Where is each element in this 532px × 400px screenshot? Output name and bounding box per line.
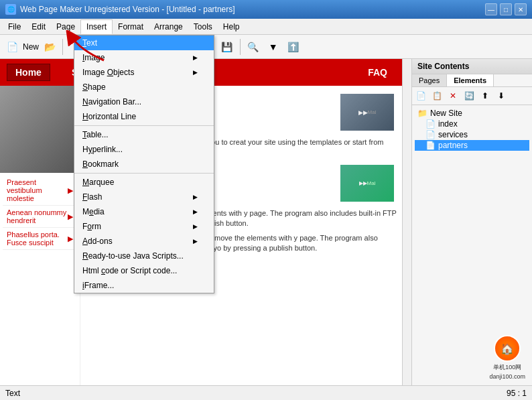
watermark-icon: 🏠 bbox=[494, 335, 521, 362]
app-icon: 🌐 bbox=[5, 4, 16, 15]
menu-html-code[interactable]: Html code or Script code... bbox=[74, 263, 214, 278]
menu-arrange[interactable]: Arrange bbox=[149, 19, 188, 34]
sidebar-link-1[interactable]: Praesent vestibulum molestie ▶ bbox=[3, 176, 77, 206]
menu-image-objects-label: Image Objects bbox=[82, 68, 134, 77]
menu-format[interactable]: Format bbox=[113, 19, 149, 34]
menu-image-label: Image bbox=[82, 53, 105, 62]
menu-java-scripts[interactable]: Ready-to-use Java Scripts... bbox=[74, 249, 214, 263]
sidebar-link-3[interactable]: Phasellus porta. Fusce suscipit ▶ bbox=[3, 228, 77, 250]
site-panel-toolbar: 📄 📋 ✕ 🔄 ⬆ ⬇ bbox=[412, 87, 532, 105]
watermark: 🏠 单机100网 danji100.com bbox=[489, 335, 525, 380]
menu-shape[interactable]: Shape bbox=[74, 80, 214, 94]
menu-page[interactable]: Page bbox=[51, 19, 80, 34]
tab-pages[interactable]: Pages bbox=[412, 74, 447, 86]
menu-nav-bar-label: Navigation Bar... bbox=[82, 97, 141, 107]
refresh-btn[interactable]: 🔄 bbox=[462, 88, 476, 103]
tree-partners[interactable]: 📄 partners bbox=[415, 140, 529, 151]
menu-form[interactable]: Form ▶ bbox=[74, 219, 214, 234]
menu-h-line-label: Horizontal Line bbox=[82, 112, 136, 121]
status-text: Text bbox=[5, 389, 20, 398]
tree-index-label: index bbox=[438, 119, 458, 129]
menu-tools[interactable]: Tools bbox=[188, 19, 218, 34]
new-label: New bbox=[23, 42, 39, 52]
sidebar-link-1-text: Praesent vestibulum molestie bbox=[7, 178, 68, 202]
menu-bookmark[interactable]: Bookmark bbox=[74, 157, 214, 172]
menu-file[interactable]: File bbox=[3, 19, 26, 34]
menu-hyperlink-label: Hyperlink... bbox=[82, 145, 123, 154]
open-icon[interactable]: 📂 bbox=[40, 38, 59, 56]
menu-image-objects[interactable]: Image Objects ▶ bbox=[74, 65, 214, 80]
menu-iframe-label: iFrame... bbox=[82, 281, 114, 290]
menu-help[interactable]: Help bbox=[218, 19, 245, 34]
sidebar-arrow-3: ▶ bbox=[68, 235, 73, 243]
title-bar: 🌐 Web Page Maker Unregistered Version - … bbox=[0, 0, 532, 19]
tree-services[interactable]: 📄 services bbox=[415, 129, 529, 140]
insert-dropdown: Text Image ▶ Image Objects ▶ Shape Navig… bbox=[74, 35, 214, 293]
insert-menu: Text Image ▶ Image Objects ▶ Shape Navig… bbox=[74, 35, 214, 293]
close-button[interactable]: ✕ bbox=[515, 3, 527, 15]
menu-table[interactable]: Table... bbox=[74, 127, 214, 142]
menu-html-code-label: Html code or Script code... bbox=[82, 266, 177, 275]
menu-media[interactable]: Media ▶ bbox=[74, 204, 214, 219]
tree-partners-label: partners bbox=[438, 141, 468, 150]
menu-iframe[interactable]: iFrame... bbox=[74, 278, 214, 293]
form-submenu-arrow: ▶ bbox=[193, 223, 198, 230]
move-down-btn[interactable]: ⬇ bbox=[494, 88, 509, 103]
tree-page-icon-partners: 📄 bbox=[425, 141, 436, 150]
site-panel: Site Contents Pages Elements 📄 📋 ✕ 🔄 ⬆ ⬇… bbox=[411, 59, 532, 400]
minimize-button[interactable]: — bbox=[485, 3, 497, 15]
menu-edit[interactable]: Edit bbox=[26, 19, 51, 34]
tree-root[interactable]: 📁 New Site bbox=[415, 108, 529, 119]
sidebar-arrow-2: ▶ bbox=[68, 212, 73, 221]
nav-home[interactable]: Home bbox=[7, 64, 50, 81]
tree-root-label: New Site bbox=[430, 109, 462, 118]
menu-bookmark-label: Bookmark bbox=[82, 159, 119, 169]
window-controls[interactable]: — □ ✕ bbox=[485, 3, 527, 15]
nav-faq[interactable]: FAQ bbox=[360, 64, 395, 80]
menu-h-line[interactable]: Horizontal Line bbox=[74, 109, 214, 124]
menu-text[interactable]: Text bbox=[74, 36, 214, 50]
menu-addons-label: Add-ons bbox=[82, 237, 113, 246]
sidebar-link-2[interactable]: Aenean nonummy hendrerit ▶ bbox=[3, 206, 77, 228]
tree-index[interactable]: 📄 index bbox=[415, 119, 529, 129]
site-panel-tabs: Pages Elements bbox=[412, 74, 532, 87]
menu-java-scripts-label: Ready-to-use Java Scripts... bbox=[82, 251, 184, 261]
menu-table-label: Table... bbox=[82, 130, 109, 139]
watermark-site2: danji100.com bbox=[489, 373, 525, 380]
thumb-1: ▶▶ Mal bbox=[340, 94, 394, 131]
move-up-btn[interactable]: ⬆ bbox=[478, 88, 492, 103]
delete-page-btn[interactable]: ✕ bbox=[446, 88, 460, 103]
sidebar-link-3-text: Phasellus porta. Fusce suscipit bbox=[7, 230, 68, 247]
site-tree: 📁 New Site 📄 index 📄 services 📄 partners bbox=[412, 105, 532, 153]
menu-marquee-label: Marquee bbox=[82, 178, 114, 187]
tree-page-icon-index: 📄 bbox=[425, 119, 436, 129]
menu-text-label: Text bbox=[82, 38, 97, 48]
image-submenu-arrow: ▶ bbox=[193, 54, 198, 61]
watermark-site1: 单机100网 bbox=[493, 363, 521, 372]
menu-flash[interactable]: Flash ▶ bbox=[74, 190, 214, 204]
menu-media-label: Media bbox=[82, 207, 105, 216]
tab-elements[interactable]: Elements bbox=[447, 74, 494, 86]
v-scrollbar[interactable] bbox=[402, 59, 411, 400]
menu-bar: File Edit Page Insert Format Arrange Too… bbox=[0, 19, 532, 35]
zoom-icon[interactable]: 🔍 bbox=[244, 38, 263, 56]
menu-flash-label: Flash bbox=[82, 192, 102, 202]
toolbar-sep-3 bbox=[240, 39, 241, 55]
maximize-button[interactable]: □ bbox=[500, 3, 512, 15]
menu-form-label: Form bbox=[82, 222, 101, 231]
menu-image[interactable]: Image ▶ bbox=[74, 50, 214, 65]
toolbar-btn-5[interactable]: ⬆️ bbox=[284, 38, 303, 56]
menu-hyperlink[interactable]: Hyperlink... bbox=[74, 142, 214, 157]
sidebar-arrow-1: ▶ bbox=[68, 186, 73, 195]
new-page-icon[interactable]: 📄 bbox=[3, 38, 21, 56]
menu-addons[interactable]: Add-ons ▶ bbox=[74, 234, 214, 249]
menu-insert[interactable]: Insert bbox=[80, 19, 113, 34]
new-page-btn[interactable]: 📄 bbox=[413, 88, 428, 103]
menu-marquee[interactable]: Marquee bbox=[74, 175, 214, 190]
toolbar-btn-4[interactable]: ▼ bbox=[264, 38, 283, 56]
copy-page-btn[interactable]: 📋 bbox=[429, 88, 444, 103]
window-title: Web Page Maker Unregistered Version - [U… bbox=[20, 5, 235, 14]
toolbar-btn-3[interactable]: 💾 bbox=[218, 38, 237, 56]
menu-sep-2 bbox=[74, 173, 214, 174]
menu-nav-bar[interactable]: Navigation Bar... bbox=[74, 94, 214, 109]
